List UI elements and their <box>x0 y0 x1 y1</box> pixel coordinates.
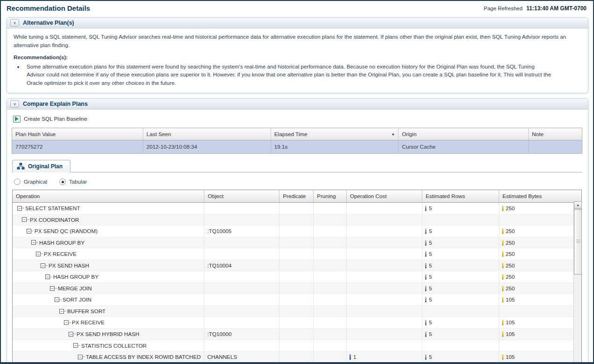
plan-tree-icon <box>17 163 25 170</box>
collapse-node-icon[interactable]: − <box>78 355 83 359</box>
estimated-bytes-cell-value: 105 <box>506 296 515 302</box>
page-title: Recommendation Details <box>7 4 90 12</box>
cost-bar-icon <box>349 354 351 360</box>
collapse-node-icon[interactable]: − <box>17 206 22 211</box>
operation-row[interactable]: −BUFFER SORT <box>13 305 581 317</box>
estimated-bytes-cell: 105 <box>499 329 581 340</box>
scrollbar-thumb[interactable] <box>574 209 582 275</box>
collapse-node-icon[interactable]: − <box>69 332 73 337</box>
pruning-cell <box>314 294 347 306</box>
estimated-rows-cell-value: 5 <box>429 285 432 291</box>
operation-cost-cell <box>347 248 422 260</box>
collapse-node-icon[interactable]: − <box>36 252 41 256</box>
col-estimated-rows[interactable]: Estimated Rows <box>422 190 499 202</box>
operation-row[interactable]: −HASH GROUP BY5250 <box>13 237 581 248</box>
col-plan-hash-value[interactable]: Plan Hash Value <box>12 128 143 140</box>
operation-cell: −PX SEND HASH <box>13 260 204 271</box>
recommendations-list: Some alternative execution plans for thi… <box>24 62 580 87</box>
tab-original-plan-label: Original Plan <box>28 162 63 171</box>
estimated-bytes-cell <box>499 340 581 351</box>
estimated-rows-cell-value: 5 <box>429 274 432 280</box>
operation-row[interactable]: −SELECT STATEMENT5250 <box>13 203 581 214</box>
col-estimated-bytes[interactable]: Estimated Bytes <box>499 190 581 202</box>
radio-graphical[interactable]: Graphical <box>14 178 47 186</box>
col-object[interactable]: Object <box>204 190 280 202</box>
recommendations-label: Recommendation(s): <box>14 53 580 62</box>
plan-operations-header-row: Operation Object Predicate Pruning Opera… <box>13 190 581 202</box>
operation-row[interactable]: −TABLE ACCESS BY INDEX ROWID BATCHEDCHAN… <box>13 351 581 363</box>
col-origin[interactable]: Origin <box>398 128 529 140</box>
operation-cell: −HASH GROUP BY <box>13 271 204 283</box>
plan-row-selected[interactable]: 770275272 2012-10-23/10:08:34 19.1s Curs… <box>12 140 582 154</box>
operation-cost-cell <box>347 282 422 294</box>
collapse-node-icon[interactable]: − <box>73 343 78 348</box>
col-operation[interactable]: Operation <box>13 190 204 202</box>
estimated-bytes-cell <box>499 305 581 317</box>
collapse-node-icon[interactable]: − <box>41 263 45 268</box>
scroll-up-button[interactable]: ▲ <box>574 201 582 209</box>
operation-cost-cell <box>347 340 422 351</box>
operation-row[interactable]: −MERGE JOIN5250 <box>13 282 581 294</box>
col-last-seen[interactable]: Last Seen <box>143 128 271 140</box>
operation-cell: −TABLE ACCESS BY INDEX ROWID BATCHED <box>13 351 204 363</box>
bytes-bar-icon <box>502 263 503 268</box>
collapse-node-icon[interactable]: − <box>31 240 36 245</box>
compare-explain-plans-panel: ∨ Compare Explain Plans Create SQL Plan … <box>7 98 588 364</box>
object-cell <box>204 237 280 248</box>
predicate-cell <box>280 329 314 340</box>
operation-label: SORT JOIN <box>63 295 91 304</box>
estimated-rows-cell <box>422 214 499 226</box>
estimated-rows-cell <box>422 305 499 317</box>
collapse-node-icon[interactable]: − <box>55 297 59 302</box>
predicate-cell <box>280 305 314 317</box>
operation-row[interactable]: −PX RECEIVE5105 <box>13 317 581 329</box>
operation-row[interactable]: −HASH GROUP BY5250 <box>13 271 581 283</box>
predicate-cell <box>280 294 314 306</box>
col-note[interactable]: Note <box>529 128 582 140</box>
estimated-rows-cell: 5 <box>422 271 499 283</box>
rows-bar-icon <box>425 297 426 302</box>
operation-row[interactable]: −PX COORDINATOR <box>13 214 581 226</box>
col-elapsed-time[interactable]: Elapsed Time▲ <box>271 128 398 140</box>
radio-tabular[interactable]: Tabular <box>59 178 87 186</box>
collapse-node-icon[interactable]: − <box>45 275 50 279</box>
operation-row[interactable]: −PX SEND HYBRID HASH:TQ100005105 <box>13 329 581 340</box>
predicate-cell <box>280 340 314 351</box>
collapse-node-icon[interactable]: − <box>50 286 55 291</box>
operation-row[interactable]: −PX SEND HASH:TQ100045250 <box>13 260 581 271</box>
chevron-down-icon[interactable]: ∨ <box>10 19 19 27</box>
operation-row[interactable]: −STATISTICS COLLECTOR <box>13 340 581 351</box>
chevron-down-icon[interactable]: ∨ <box>10 100 19 108</box>
operation-cost-cell <box>347 203 422 214</box>
operation-row[interactable]: −PX SEND QC (RANDOM):TQ100055250 <box>13 226 581 237</box>
vertical-scrollbar[interactable]: ▲ ▼ <box>573 201 581 364</box>
operation-cost-cell <box>347 271 422 283</box>
create-sql-plan-baseline-button[interactable]: Create SQL Plan Baseline <box>13 115 87 123</box>
tab-original-plan[interactable]: Original Plan <box>12 160 70 172</box>
operation-cell: −PX SEND QC (RANDOM) <box>13 226 204 237</box>
estimated-bytes-cell-value: 105 <box>506 319 515 325</box>
estimated-rows-cell-value: 5 <box>429 319 432 325</box>
pruning-cell <box>314 317 347 329</box>
object-cell <box>204 282 280 294</box>
operation-label: PX SEND HYBRID HASH <box>77 330 139 338</box>
operation-cost-cell <box>347 260 422 271</box>
operation-row[interactable]: −SORT JOIN5105 <box>13 294 581 306</box>
object-cell <box>204 340 280 351</box>
collapse-node-icon[interactable]: − <box>64 320 69 325</box>
operation-cost-cell <box>347 226 422 237</box>
recommendation-item: Some alternative execution plans for thi… <box>24 62 551 87</box>
collapse-node-icon[interactable]: − <box>59 309 64 314</box>
operation-label: PX RECEIVE <box>72 318 105 327</box>
pruning-cell <box>314 329 347 340</box>
estimated-bytes-cell-value: 105 <box>506 331 515 337</box>
operation-row[interactable]: −PX RECEIVE5250 <box>13 248 581 260</box>
col-pruning[interactable]: Pruning <box>314 190 347 202</box>
col-operation-cost[interactable]: Operation Cost <box>347 190 422 202</box>
collapse-node-icon[interactable]: − <box>22 217 27 222</box>
collapse-node-icon[interactable]: − <box>27 229 31 234</box>
estimated-bytes-cell: 105 <box>499 317 581 329</box>
view-mode-options: Graphical Tabular <box>14 178 582 186</box>
object-cell <box>204 203 280 214</box>
col-predicate[interactable]: Predicate <box>280 190 314 202</box>
